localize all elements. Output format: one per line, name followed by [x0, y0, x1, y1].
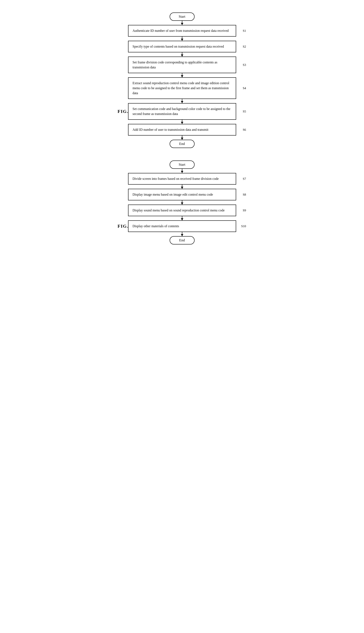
fig3-end-terminal: End [170, 236, 194, 244]
fig2-step-s3: Set frame division code corresponding to… [128, 56, 236, 73]
arrow-12 [182, 232, 182, 236]
fig3-flowchart: Start Divide screen into frames based on… [109, 160, 255, 244]
arrow-1 [182, 21, 182, 25]
fig2-step-s4-label: S4 [243, 86, 246, 91]
fig2-end-terminal: End [170, 140, 194, 148]
fig3-step-s7-label: S7 [243, 176, 246, 181]
arrow-3 [182, 52, 182, 56]
arrow-4 [182, 73, 182, 77]
fig2-step-s6-label: S6 [243, 128, 246, 132]
arrow-8 [182, 169, 182, 173]
arrow-9 [182, 184, 182, 189]
fig2-step-s6: Add ID number of user to transmission da… [128, 124, 236, 136]
fig2-flowchart: Start Authenticate ID number of user fro… [109, 12, 255, 148]
fig2-step-s2-label: S2 [243, 44, 246, 49]
fig2-step-s1-label: S1 [243, 28, 246, 33]
fig3-step-s10-label: S10 [241, 224, 246, 229]
fig3-step-s8-label: S8 [243, 192, 246, 197]
arrow-10 [182, 200, 182, 204]
fig3-section: Start Divide screen into frames based on… [109, 160, 255, 244]
fig3-step-s8: Display image menu based on image edit c… [128, 189, 236, 200]
fig2-step-s4: Extract sound reproduction control menu … [128, 77, 236, 99]
arrow-5 [182, 99, 182, 103]
fig3-step-s7: Divide screen into frames based on recei… [128, 173, 236, 184]
fig3-step-s9-label: S9 [243, 208, 246, 213]
fig2-step-s5-label: S5 [243, 109, 246, 114]
fig2-step-s5: Set communication code and background co… [128, 103, 236, 120]
fig2-step-s1: Authenticate ID number of user from tran… [128, 25, 236, 36]
arrow-6 [182, 120, 182, 124]
arrow-11 [182, 216, 182, 220]
page: Start Authenticate ID number of user fro… [109, 8, 255, 244]
fig2-start-terminal: Start [170, 12, 194, 21]
fig3-step-s9: Display sound menu based on sound reprod… [128, 204, 236, 216]
fig2-step-s3-label: S3 [243, 62, 246, 67]
fig3-start-terminal: Start [170, 160, 194, 169]
fig3-step-s10: Display other materials of contents S10 [128, 220, 236, 232]
fig2-section: Start Authenticate ID number of user fro… [109, 12, 255, 148]
fig2-step-s2: Specify type of contents based on transm… [128, 41, 236, 52]
arrow-7 [182, 136, 182, 140]
arrow-2 [182, 36, 182, 41]
